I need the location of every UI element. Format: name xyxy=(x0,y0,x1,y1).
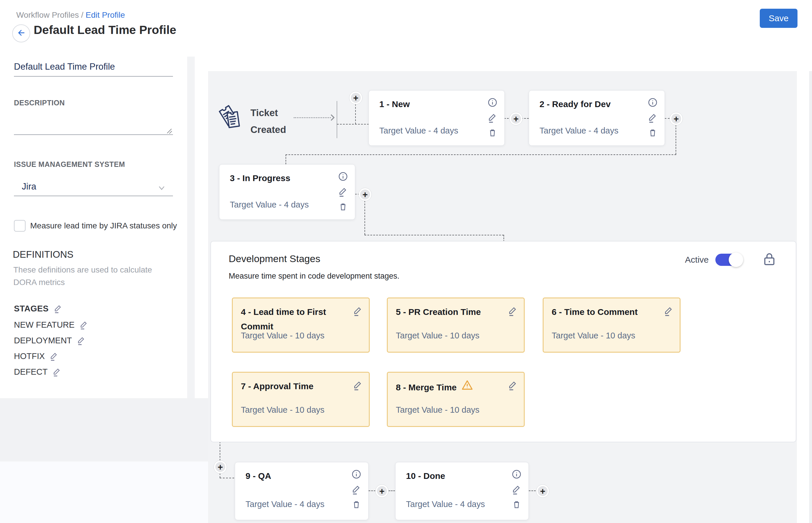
edit-deployment-icon[interactable] xyxy=(77,336,86,345)
delete-icon[interactable] xyxy=(351,499,362,510)
toggle-knob xyxy=(729,253,743,267)
connector xyxy=(529,490,536,491)
delete-icon[interactable] xyxy=(338,201,348,212)
arrow-head-icon xyxy=(327,113,337,124)
edit-stages-icon[interactable] xyxy=(53,304,63,313)
plus-icon: + xyxy=(215,462,225,472)
stage-target-value: Target Value - 4 days xyxy=(246,500,324,509)
profile-name-input[interactable]: Default Lead Time Profile xyxy=(14,61,173,77)
stage-card-7-approval-time[interactable]: 7 - Approval Time Target Value - 10 days xyxy=(232,372,370,427)
lock-icon[interactable] xyxy=(762,251,777,268)
info-icon[interactable] xyxy=(647,97,658,108)
category-label: NEW FEATURE xyxy=(14,320,75,330)
plus-icon: + xyxy=(377,486,387,496)
connector xyxy=(220,478,234,478)
page-scrollbar[interactable] xyxy=(809,71,812,523)
connector xyxy=(286,155,676,155)
add-stage-button[interactable]: + xyxy=(358,188,372,201)
delete-icon[interactable] xyxy=(511,499,522,510)
delete-icon[interactable] xyxy=(487,127,498,138)
edit-icon[interactable] xyxy=(353,380,363,391)
ticket-icon xyxy=(215,102,246,133)
category-label: DEPLOYMENT xyxy=(14,336,72,345)
add-stage-button[interactable]: + xyxy=(375,484,389,498)
connector xyxy=(355,104,356,124)
edit-icon[interactable] xyxy=(487,112,498,123)
stage-card-2-ready-for-dev[interactable]: 2 - Ready for Dev Target Value - 4 days xyxy=(529,90,665,146)
info-icon[interactable] xyxy=(511,469,522,480)
stage-card-10-done[interactable]: 10 - Done Target Value - 4 days xyxy=(395,462,529,520)
warning-icon[interactable] xyxy=(461,379,474,396)
delete-icon[interactable] xyxy=(647,127,658,138)
edit-icon[interactable] xyxy=(663,305,674,317)
info-icon[interactable] xyxy=(338,171,348,182)
edit-icon[interactable] xyxy=(647,112,658,123)
add-stage-button[interactable]: + xyxy=(536,484,549,498)
edit-icon[interactable] xyxy=(338,186,348,197)
textarea-resize-icon[interactable] xyxy=(164,126,173,136)
description-textarea[interactable] xyxy=(14,134,173,135)
add-stage-button[interactable]: + xyxy=(509,112,523,125)
edit-defect-icon[interactable] xyxy=(52,367,61,377)
chevron-down-icon[interactable] xyxy=(157,183,167,193)
save-button[interactable]: Save xyxy=(760,9,797,28)
edit-icon[interactable] xyxy=(353,305,363,317)
connector xyxy=(286,155,286,164)
start-node-label: Ticket Created xyxy=(250,105,286,138)
jira-statuses-checkbox[interactable] xyxy=(14,220,25,232)
category-label: HOTFIX xyxy=(14,351,45,361)
stage-target-value: Target Value - 4 days xyxy=(230,200,309,210)
stage-title: 3 - In Progress xyxy=(230,173,290,183)
stages-row: STAGES xyxy=(14,304,63,313)
stage-title: 8 - Merge Time xyxy=(396,380,457,395)
stages-label: STAGES xyxy=(14,304,49,313)
active-toggle[interactable] xyxy=(715,254,742,266)
edit-icon[interactable] xyxy=(351,484,362,495)
breadcrumb: Workflow Profiles / Edit Profile xyxy=(16,11,125,20)
stage-card-4-lead-time-to-first-commit[interactable]: 4 - Lead time to First Commit Target Val… xyxy=(232,297,370,353)
plus-icon: + xyxy=(511,114,521,124)
breadcrumb-root[interactable]: Workflow Profiles xyxy=(16,11,79,19)
stage-target-value: Target Value - 10 days xyxy=(552,331,635,340)
category-row-deployment: DEPLOYMENT xyxy=(14,336,86,345)
stage-card-9-qa[interactable]: 9 - QA Target Value - 4 days xyxy=(235,462,368,520)
stage-card-1-new[interactable]: 1 - New Target Value - 4 days xyxy=(368,90,505,146)
edit-hotfix-icon[interactable] xyxy=(49,351,59,361)
connector-start-arrow xyxy=(294,117,331,118)
plus-icon: + xyxy=(360,190,370,199)
breadcrumb-current[interactable]: Edit Profile xyxy=(86,11,125,19)
sidebar-scrollbar[interactable] xyxy=(187,57,195,398)
edit-icon[interactable] xyxy=(508,380,518,391)
stage-target-value: Target Value - 10 days xyxy=(396,331,480,340)
plus-icon: + xyxy=(351,93,361,103)
back-button[interactable] xyxy=(12,24,30,42)
breadcrumb-separator: / xyxy=(81,11,84,19)
info-icon[interactable] xyxy=(351,469,362,480)
edit-new-feature-icon[interactable] xyxy=(79,320,89,330)
category-label: DEFECT xyxy=(14,367,48,377)
active-toggle-label: Active xyxy=(685,255,709,265)
add-stage-button[interactable]: + xyxy=(669,112,683,125)
stage-target-value: Target Value - 10 days xyxy=(396,405,480,415)
info-icon[interactable] xyxy=(487,97,498,108)
edit-icon[interactable] xyxy=(508,305,518,317)
ims-select[interactable]: Jira xyxy=(22,181,36,192)
workflow-profile-editor: Workflow Profiles / Edit Profile Default… xyxy=(0,0,812,523)
add-stage-button[interactable]: + xyxy=(214,460,227,474)
stage-card-6-time-to-comment[interactable]: 6 - Time to Comment Target Value - 10 da… xyxy=(543,297,681,353)
plus-icon: + xyxy=(538,486,548,496)
stage-card-8-merge-time[interactable]: 8 - Merge Time Target Value - 10 days xyxy=(387,372,525,427)
stage-title: 6 - Time to Comment xyxy=(552,305,650,319)
category-row-new-feature: NEW FEATURE xyxy=(14,320,89,330)
ims-label: ISSUE MANAGEMENT SYSTEM xyxy=(14,160,125,169)
connector xyxy=(220,441,220,461)
add-stage-button[interactable]: + xyxy=(349,91,362,105)
plus-icon: + xyxy=(671,114,681,124)
connector-rail xyxy=(337,101,337,138)
edit-icon[interactable] xyxy=(511,484,522,495)
stage-card-5-pr-creation-time[interactable]: 5 - PR Creation Time Target Value - 10 d… xyxy=(387,297,525,353)
stage-target-value: Target Value - 10 days xyxy=(241,331,324,340)
stage-title: 10 - Done xyxy=(406,471,445,481)
category-row-defect: DEFECT xyxy=(14,367,61,377)
stage-card-3-in-progress[interactable]: 3 - In Progress Target Value - 4 days xyxy=(219,164,355,220)
